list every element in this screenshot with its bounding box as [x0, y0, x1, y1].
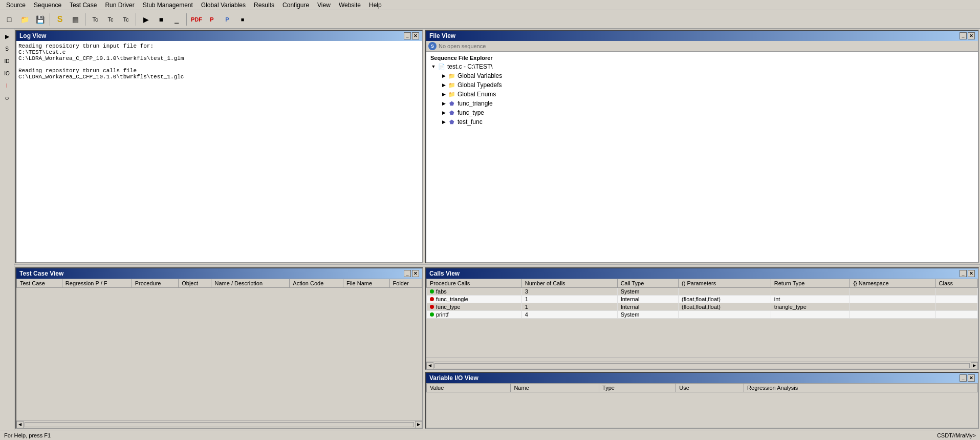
calls-scroll-right[interactable]: ▶ — [971, 362, 978, 369]
vio-col-regression[interactable]: Regression Analysis — [744, 384, 978, 392]
tree-item-func-triangle[interactable]: ▶ ⬟ func_triangle — [428, 99, 976, 108]
calls-col-calltype[interactable]: Call Type — [617, 279, 678, 288]
menu-rundriver[interactable]: Run Driver — [101, 1, 138, 10]
calls-col-params[interactable]: () Parameters — [679, 279, 771, 288]
statusbar-right: CSDT//MraMy> — [937, 432, 976, 438]
tc-col-object[interactable]: Object — [179, 279, 211, 288]
pdf-button1[interactable]: PDF — [189, 12, 204, 27]
tc-scroll-left[interactable]: ◀ — [16, 421, 24, 428]
copy-button[interactable]: ▦ — [68, 12, 82, 27]
save-button[interactable]: 💾 — [33, 12, 47, 27]
pdf-button2[interactable]: P — [205, 12, 219, 27]
left-btn-1[interactable]: S — [2, 43, 13, 54]
tree-item-typedefs[interactable]: ▶ 📁 Global Typedefs — [428, 80, 976, 90]
left-btn-2[interactable]: ID — [2, 55, 13, 67]
vio-col-value[interactable]: Value — [427, 384, 511, 392]
tree-expand-en[interactable]: ▶ — [441, 91, 447, 97]
log-view-close[interactable]: ✕ — [412, 32, 419, 39]
tc-scroll-right[interactable]: ▶ — [415, 421, 422, 428]
menu-help[interactable]: Help — [365, 1, 386, 10]
log-view-title: Log View — [19, 32, 46, 39]
no-open-sequence: No open sequence — [439, 43, 486, 49]
menu-configure[interactable]: Configure — [278, 1, 313, 10]
tree-item-enums[interactable]: ▶ 📁 Global Enums — [428, 90, 976, 99]
tree-expand-tf[interactable]: ▶ — [441, 119, 447, 125]
calls-col-return[interactable]: Return Type — [771, 279, 850, 288]
tc-col-name[interactable]: Name / Description — [211, 279, 290, 288]
vio-col-use[interactable]: Use — [676, 384, 744, 392]
tree-expand-gv[interactable]: ▶ — [441, 73, 447, 79]
calls-col-namespace[interactable]: {} Namespace — [850, 279, 935, 288]
tc-button3[interactable]: Tc — [119, 12, 133, 27]
calls-col-numcalls[interactable]: Number of Calls — [521, 279, 617, 288]
tc-col-procedure[interactable]: Procedure — [132, 279, 178, 288]
testcase-hscrollbar[interactable]: ◀ ▶ — [16, 421, 422, 428]
testcase-minimize[interactable]: _ — [404, 270, 411, 277]
testcase-close[interactable]: ✕ — [412, 270, 419, 277]
menu-testcase[interactable]: Test Case — [66, 1, 101, 10]
menu-view[interactable]: View — [313, 1, 335, 10]
fabs-indicator — [430, 289, 434, 294]
tc-col-regression[interactable]: Regression P / F — [62, 279, 132, 288]
calls-view-close[interactable]: ✕ — [968, 270, 975, 277]
stub-button[interactable]: S — [53, 12, 67, 27]
calls-row-func-triangle[interactable]: func_triangle 1 Internal (float,float,fl… — [427, 296, 978, 303]
new-button[interactable]: □ — [2, 12, 16, 27]
calls-scroll-track[interactable] — [434, 363, 970, 368]
menu-globalvariables[interactable]: Global Variables — [197, 1, 250, 10]
calls-scroll-left[interactable]: ◀ — [426, 362, 433, 369]
tc-button1[interactable]: Tc — [88, 12, 102, 27]
calls-row-printf[interactable]: printf 4 System — [427, 311, 978, 319]
open-button[interactable]: 📁 — [17, 12, 32, 27]
left-btn-4[interactable]: I — [2, 80, 13, 91]
tree-item-func-type[interactable]: ▶ ⬟ func_type — [428, 108, 976, 117]
log-view-titlebar: Log View _ ✕ — [16, 31, 422, 41]
tc-scroll-track[interactable] — [25, 422, 414, 427]
tree-item-globalvars[interactable]: ▶ 📁 Global Variables — [428, 71, 976, 80]
pdf-button3[interactable]: P — [220, 12, 234, 27]
tc-col-folder[interactable]: Folder — [389, 279, 422, 288]
tree-root[interactable]: ▼ 📄 test.c - C:\TEST\ — [428, 62, 976, 71]
log-view-panel: Log View _ ✕ Reading repository tbrun in… — [15, 30, 423, 263]
vio-col-name[interactable]: Name — [511, 384, 599, 392]
tc-col-testcase[interactable]: Test Case — [17, 279, 62, 288]
tree-label-ft: func_triangle — [458, 100, 493, 107]
left-btn-5[interactable]: ○ — [2, 92, 13, 103]
calls-view-minimize[interactable]: _ — [960, 270, 967, 277]
calls-row-func-type[interactable]: func_type 1 Internal (float,float,float)… — [427, 303, 978, 311]
tree-expand-ft[interactable]: ▶ — [441, 100, 447, 107]
calls-hscrollbar[interactable]: ◀ ▶ — [426, 362, 978, 369]
calls-col-class[interactable]: Class — [935, 279, 977, 288]
run-button[interactable]: ▶ — [139, 12, 153, 27]
calls-col-proc[interactable]: Procedure Calls — [427, 279, 522, 288]
log-text: Reading repository tbrun input file for:… — [18, 43, 420, 80]
variable-io-close[interactable]: ✕ — [968, 374, 975, 382]
tc-button2[interactable]: Tc — [103, 12, 118, 27]
menu-source[interactable]: Source — [2, 1, 30, 10]
tree-root-icon: 📄 — [438, 62, 446, 71]
tree-root-expand[interactable]: ▼ — [430, 64, 437, 70]
menu-sequence[interactable]: Sequence — [30, 1, 66, 10]
tree-expand-td[interactable]: ▶ — [441, 82, 447, 88]
tree-item-test-func[interactable]: ▶ ⬟ test_func — [428, 117, 976, 127]
file-view-close[interactable]: ✕ — [968, 32, 975, 39]
vio-col-type[interactable]: Type — [599, 384, 676, 392]
left-btn-3[interactable]: IO — [2, 68, 13, 79]
variable-io-title: Variable I/O View — [429, 374, 478, 382]
tree-expand-ftype[interactable]: ▶ — [441, 110, 447, 116]
tc-col-filename[interactable]: File Name — [343, 279, 389, 288]
file-view-minimize[interactable]: _ — [960, 32, 967, 39]
variable-io-minimize[interactable]: _ — [960, 374, 967, 382]
stop-button[interactable]: ■ — [154, 12, 168, 27]
calls-row-fabs[interactable]: fabs 3 System — [427, 288, 978, 296]
log-view-minimize[interactable]: _ — [404, 32, 411, 39]
menu-website[interactable]: Website — [335, 1, 365, 10]
tc-col-actioncode[interactable]: Action Code — [290, 279, 343, 288]
step-button[interactable]: ⎯ — [169, 12, 184, 27]
pdf-button4[interactable]: ■ — [235, 12, 250, 27]
calls-resize-handle[interactable] — [426, 358, 978, 362]
menu-stubmanagement[interactable]: Stub Management — [139, 1, 197, 10]
left-btn-play[interactable]: ▶ — [2, 31, 13, 42]
func-icon-tf: ⬟ — [448, 118, 456, 126]
menu-results[interactable]: Results — [250, 1, 278, 10]
